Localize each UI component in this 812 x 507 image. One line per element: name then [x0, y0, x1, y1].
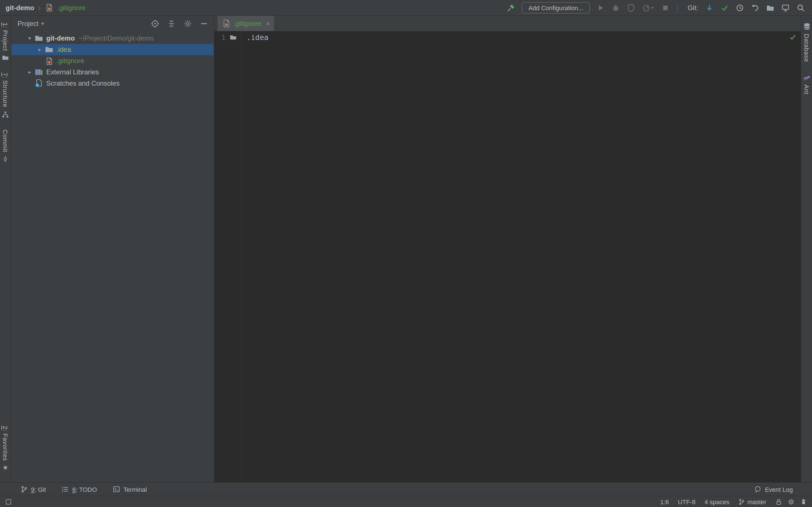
project-panel-header: Project ▾ [11, 16, 214, 32]
run-icon[interactable] [596, 3, 605, 12]
editor-gutter: 1 [214, 32, 242, 482]
editor-code[interactable]: .idea [242, 32, 801, 482]
caret-position-widget[interactable]: 1:6 [660, 498, 669, 505]
add-configuration-button[interactable]: Add Configuration... [522, 2, 590, 13]
run-toolbar: Add Configuration... Git: [506, 2, 805, 13]
presentation-screen-icon[interactable] [781, 3, 790, 12]
scratches-icon [35, 79, 43, 88]
git-commit-icon[interactable] [720, 3, 729, 12]
tree-row-external-libraries[interactable]: ▸ External Libraries [11, 66, 214, 78]
hector-inspector-icon[interactable] [800, 498, 807, 505]
main-toolbar: git-demo › .gitignore Add Configuration.… [0, 0, 812, 16]
commit-node-icon [2, 156, 9, 163]
tree-row-gitignore[interactable]: .gitignore [11, 55, 214, 66]
tree-root-name: git-demo [46, 34, 75, 42]
gutter-folder-icon[interactable] [230, 34, 237, 41]
inspections-ok-icon[interactable] [789, 33, 797, 41]
favorites-star-icon: ★ [2, 464, 8, 471]
gear-icon[interactable] [183, 19, 192, 28]
git-rollback-icon[interactable] [751, 3, 760, 12]
toolwindow-button-event-log[interactable]: Event Log [754, 486, 793, 493]
collapse-all-icon[interactable] [167, 19, 176, 28]
ide-window: git-demo › .gitignore Add Configuration.… [0, 0, 812, 507]
debug-icon[interactable] [612, 3, 620, 12]
folder-icon [45, 45, 54, 54]
toolwindow-button-commit[interactable]: Commit [2, 129, 9, 163]
tree-row-scratches[interactable]: Scratches and Consoles [11, 78, 214, 89]
toolwindow-button-todo[interactable]: 6: TODO [62, 486, 97, 493]
tree-idea-label: .idea [56, 46, 71, 54]
line-number: 1 [220, 33, 225, 42]
tree-scratches-label: Scratches and Consoles [46, 79, 119, 87]
toolwindow-button-favorites[interactable]: 2: Favorites ★ [2, 426, 9, 471]
git-history-icon[interactable] [735, 3, 744, 12]
project-folder-icon [2, 54, 9, 62]
stop-icon[interactable] [661, 3, 670, 12]
chevron-down-icon[interactable]: ▾ [42, 21, 44, 26]
editor-tabbar: .gitignore × [214, 16, 801, 32]
right-toolwindow-stripe: Database Ant [801, 16, 812, 482]
git-branch-icon [20, 486, 28, 493]
toolbar-divider [677, 3, 678, 12]
tree-root-path: ~/Project/Demo/git-demo [79, 34, 154, 42]
folder-icon [35, 34, 43, 43]
git-branch-icon [739, 498, 745, 505]
toolwindow-button-ant[interactable]: Ant [803, 73, 811, 95]
git-branch-widget[interactable]: master [739, 498, 766, 505]
caret-right-icon[interactable]: ▸ [25, 69, 35, 75]
caret-right-icon[interactable]: ▸ [35, 47, 45, 52]
breadcrumb-chevron-icon: › [38, 3, 41, 12]
breadcrumb: git-demo › .gitignore [6, 3, 86, 12]
search-everywhere-icon[interactable] [796, 3, 805, 12]
terminal-icon [113, 486, 120, 493]
libraries-icon [35, 68, 43, 76]
encoding-widget[interactable]: UTF-8 [678, 498, 695, 505]
event-log-balloon-icon [754, 486, 762, 493]
caret-down-icon[interactable]: ▾ [25, 36, 35, 41]
build-hammer-icon[interactable] [506, 3, 515, 12]
toolwindow-button-structure[interactable]: 7: Structure [2, 73, 9, 118]
unlock-icon[interactable] [775, 498, 782, 505]
tree-row-root[interactable]: ▾ git-demo ~/Project/Demo/git-demo [11, 33, 214, 44]
gitignore-file-icon [45, 3, 54, 12]
code-line[interactable]: .idea [246, 32, 801, 43]
toolwindow-button-terminal[interactable]: Terminal [113, 486, 147, 493]
gitignore-file-icon [45, 57, 54, 65]
editor-tab-gitignore[interactable]: .gitignore × [218, 16, 274, 31]
gitignore-file-icon [222, 19, 231, 27]
editor-pane[interactable]: 1 .idea [214, 32, 801, 482]
tree-row-idea[interactable]: ▸ .idea [11, 44, 214, 55]
hide-panel-icon[interactable] [200, 19, 209, 28]
project-toolwindow: Project ▾ [11, 16, 214, 482]
highlighting-level-icon[interactable] [788, 498, 795, 505]
tree-external-libraries-label: External Libraries [46, 68, 99, 76]
editor-area: .gitignore × 1 .idea [214, 16, 801, 482]
run-with-coverage-icon[interactable] [627, 3, 636, 12]
show-in-folder-icon[interactable] [766, 3, 775, 12]
breadcrumb-project[interactable]: git-demo [6, 4, 34, 11]
locate-file-icon[interactable] [151, 19, 160, 28]
left-toolwindow-stripe: 1: Project 7: Structure Commit 2: Favori [0, 16, 11, 482]
git-update-icon[interactable] [705, 3, 714, 12]
git-toolbar-label: Git: [688, 4, 698, 11]
project-panel-title[interactable]: Project [17, 20, 39, 27]
structure-icon [2, 111, 9, 118]
toolwindow-button-database[interactable]: Database [803, 22, 811, 62]
status-bar: 1:6 UTF-8 4 spaces master [0, 496, 812, 507]
ant-icon [803, 73, 811, 81]
profiler-icon[interactable] [642, 3, 655, 12]
tree-gitignore-label: .gitignore [56, 57, 84, 65]
indent-widget[interactable]: 4 spaces [705, 498, 729, 505]
todo-list-icon [62, 486, 69, 493]
breadcrumb-file[interactable]: .gitignore [57, 4, 86, 11]
close-icon[interactable]: × [266, 19, 270, 27]
project-tree: ▾ git-demo ~/Project/Demo/git-demo ▸ .id… [11, 32, 214, 482]
toolwindow-toggle-icon[interactable] [5, 498, 12, 505]
database-icon [803, 22, 811, 31]
toolwindow-button-git[interactable]: 9: Git [20, 486, 46, 493]
bottom-toolwindow-bar: 9: Git 6: TODO Terminal Event Log [0, 482, 812, 496]
toolwindow-button-project[interactable]: 1: Project [2, 22, 9, 62]
tab-label: .gitignore [234, 19, 261, 27]
